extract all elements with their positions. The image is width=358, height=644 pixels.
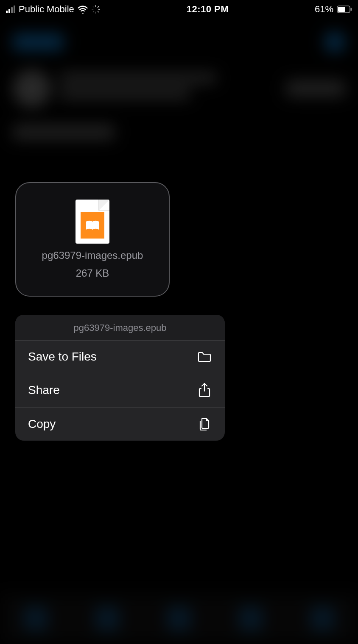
status-time: 12:10 PM bbox=[187, 4, 229, 15]
status-bar: Public Mobile bbox=[0, 0, 358, 19]
save-to-files-label: Save to Files bbox=[28, 350, 97, 364]
file-name-label: pg63979-images.epub bbox=[42, 250, 143, 261]
books-app-icon bbox=[81, 212, 104, 239]
loading-spinner-icon bbox=[91, 5, 101, 14]
status-left: Public Mobile bbox=[6, 4, 101, 15]
svg-rect-2 bbox=[98, 9, 100, 10]
svg-rect-0 bbox=[95, 5, 96, 7]
context-menu: pg63979-images.epub Save to Files Share … bbox=[15, 315, 225, 441]
svg-rect-4 bbox=[95, 12, 96, 14]
svg-rect-1 bbox=[97, 6, 99, 8]
svg-rect-7 bbox=[92, 6, 95, 8]
svg-rect-5 bbox=[92, 11, 95, 13]
battery-icon bbox=[337, 6, 352, 13]
wifi-icon bbox=[78, 5, 88, 14]
folder-icon bbox=[196, 351, 213, 362]
copy-item[interactable]: Copy bbox=[15, 408, 225, 441]
share-item[interactable]: Share bbox=[15, 373, 225, 408]
svg-rect-6 bbox=[92, 9, 94, 10]
svg-rect-9 bbox=[338, 7, 345, 12]
svg-rect-3 bbox=[97, 11, 99, 13]
carrier-label: Public Mobile bbox=[19, 4, 74, 15]
context-menu-header: pg63979-images.epub bbox=[15, 315, 225, 341]
svg-rect-10 bbox=[351, 8, 352, 11]
status-right: 61% bbox=[315, 4, 352, 15]
save-to-files-item[interactable]: Save to Files bbox=[15, 341, 225, 373]
file-size-label: 267 KB bbox=[76, 267, 109, 279]
epub-file-icon bbox=[76, 200, 109, 244]
file-attachment-card[interactable]: pg63979-images.epub 267 KB bbox=[15, 182, 170, 297]
copy-label: Copy bbox=[28, 417, 56, 431]
battery-percent-label: 61% bbox=[315, 4, 333, 15]
share-label: Share bbox=[28, 383, 60, 397]
share-icon bbox=[196, 383, 213, 398]
cellular-signal-icon bbox=[6, 6, 15, 13]
copy-icon bbox=[196, 417, 213, 431]
